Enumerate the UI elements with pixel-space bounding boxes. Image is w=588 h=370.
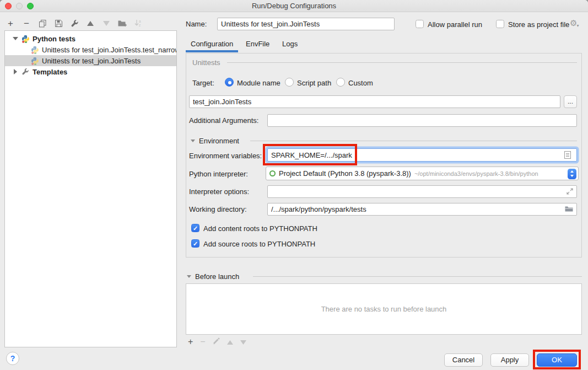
window-title: Run/Debug Configurations: [0, 2, 588, 10]
minus-icon: −: [24, 19, 29, 28]
tree-item-label: Unittests for test_join.JoinTests: [42, 57, 141, 65]
python-interpreter-label: Python interpreter:: [189, 170, 248, 178]
interpreter-path: ~/opt/miniconda3/envs/pyspark-3.8/bin/py…: [414, 170, 538, 177]
plus-icon: +: [8, 19, 13, 28]
combo-stepper-icon[interactable]: [568, 169, 576, 179]
arrow-up-icon: [227, 340, 233, 345]
unittests-section-title: Unittests: [192, 58, 220, 67]
before-launch-collapse-icon[interactable]: [187, 275, 191, 278]
environment-collapse-icon[interactable]: [191, 140, 195, 142]
sort-configurations-button[interactable]: az: [133, 18, 143, 28]
radio-custom[interactable]: [336, 78, 345, 87]
chevron-expanded-icon[interactable]: [13, 37, 18, 40]
new-folder-button[interactable]: [117, 18, 127, 28]
configuration-tab-panel: Unittests Target: Module name Script pat…: [186, 53, 582, 258]
copy-configuration-button[interactable]: [37, 18, 47, 28]
environment-variables-label: Environment variables:: [189, 152, 262, 160]
tree-item-label: Unittests for test_join.JoinTests.test_n…: [42, 46, 176, 54]
allow-parallel-run-checkbox[interactable]: [416, 20, 424, 28]
add-source-roots-checkbox[interactable]: ✓: [191, 239, 199, 248]
tree-item-label: Templates: [33, 68, 67, 76]
apply-button[interactable]: Apply: [490, 353, 529, 367]
svg-text:a: a: [139, 19, 141, 23]
chevron-collapsed-icon[interactable]: [14, 69, 17, 74]
ok-button[interactable]: OK: [537, 353, 577, 367]
tab-configuration[interactable]: Configuration: [191, 40, 233, 48]
expand-field-icon[interactable]: [567, 188, 573, 196]
python-test-config-icon: [31, 46, 39, 54]
before-launch-section-title: Before launch: [195, 272, 239, 281]
tree-item-unittests-test-narrow[interactable]: Unittests for test_join.JoinTests.test_n…: [5, 44, 176, 55]
edit-variables-icon[interactable]: [564, 151, 571, 160]
active-tab-indicator: [186, 50, 238, 52]
edit-task-button[interactable]: [213, 337, 220, 346]
before-launch-toolbar: + −: [188, 337, 246, 347]
configurations-tree: Python tests Unittests for test_join.Joi…: [4, 30, 177, 347]
python-tests-icon: [21, 35, 30, 43]
pencil-icon: [213, 337, 220, 345]
store-as-project-file-label: Store as project file: [508, 20, 569, 29]
move-down-button[interactable]: [101, 18, 111, 28]
tree-item-templates[interactable]: Templates: [5, 66, 176, 77]
interpreter-value: Project Default (Python 3.8 (pyspark-3.8…: [279, 169, 411, 178]
tab-envfile[interactable]: EnvFile: [246, 40, 269, 48]
additional-arguments-input[interactable]: [267, 114, 577, 127]
save-configuration-button[interactable]: [53, 18, 63, 28]
environment-variables-input[interactable]: [267, 148, 577, 162]
title-bar: Run/Debug Configurations: [0, 0, 588, 12]
move-task-down-button[interactable]: [240, 338, 246, 346]
before-launch-empty-text: There are no tasks to run before launch: [321, 305, 447, 313]
remove-task-button[interactable]: −: [200, 337, 205, 346]
tree-item-label: Python tests: [33, 35, 75, 43]
target-module-input[interactable]: [189, 95, 560, 108]
interpreter-options-input[interactable]: [267, 185, 577, 198]
section-divider: [227, 62, 577, 63]
working-directory-label: Working directory:: [189, 205, 247, 213]
run-debug-configurations-dialog: Run/Debug Configurations + − az: [0, 0, 588, 370]
add-task-button[interactable]: +: [188, 337, 193, 346]
before-launch-task-list: There are no tasks to run before launch: [186, 283, 582, 335]
tree-item-unittests-jointests-selected[interactable]: Unittests for test_join.JoinTests: [5, 55, 176, 66]
save-icon: [55, 19, 63, 28]
svg-text:z: z: [139, 23, 141, 27]
conda-environment-icon: [269, 170, 276, 176]
wrench-icon: [71, 19, 79, 28]
gear-icon[interactable]: ⚙: [570, 18, 579, 28]
radio-script-path[interactable]: [285, 78, 294, 87]
add-configuration-button[interactable]: +: [6, 18, 15, 28]
configurations-toolbar: + − az: [6, 17, 143, 30]
browse-target-button[interactable]: ...: [564, 95, 577, 108]
python-test-config-icon: [31, 57, 39, 65]
radio-script-path-label: Script path: [297, 79, 331, 87]
radio-module-name[interactable]: [225, 78, 234, 87]
working-directory-input[interactable]: [267, 203, 577, 216]
allow-parallel-run-label: Allow parallel run: [428, 20, 482, 29]
name-label: Name:: [186, 20, 207, 28]
help-button[interactable]: ?: [6, 352, 19, 365]
store-as-project-file-checkbox[interactable]: [496, 20, 504, 28]
add-content-roots-checkbox[interactable]: ✓: [191, 224, 199, 232]
interpreter-options-label: Interpreter options:: [189, 187, 249, 196]
target-label: Target:: [192, 79, 214, 87]
folder-icon[interactable]: [565, 206, 573, 214]
python-interpreter-select[interactable]: Project Default (Python 3.8 (pyspark-3.8…: [266, 167, 579, 180]
environment-section-title: Environment: [199, 137, 239, 145]
arrow-down-icon: [240, 340, 246, 345]
add-content-roots-label: Add content roots to PYTHONPATH: [203, 224, 317, 233]
name-input[interactable]: [217, 18, 395, 30]
additional-arguments-label: Additional Arguments:: [189, 116, 258, 125]
cancel-button[interactable]: Cancel: [444, 353, 483, 367]
move-task-up-button[interactable]: [227, 338, 233, 346]
templates-wrench-icon: [21, 68, 30, 76]
edit-templates-button[interactable]: [69, 18, 79, 28]
folder-add-icon: [118, 19, 127, 27]
section-divider: [253, 276, 582, 277]
radio-module-name-label: Module name: [237, 79, 280, 87]
remove-configuration-button[interactable]: −: [21, 18, 31, 28]
move-up-button[interactable]: [85, 18, 95, 28]
tree-item-python-tests[interactable]: Python tests: [5, 33, 176, 44]
copy-icon: [39, 19, 47, 28]
radio-custom-label: Custom: [348, 79, 373, 87]
sort-az-icon: az: [134, 19, 142, 27]
tab-logs[interactable]: Logs: [282, 40, 298, 48]
